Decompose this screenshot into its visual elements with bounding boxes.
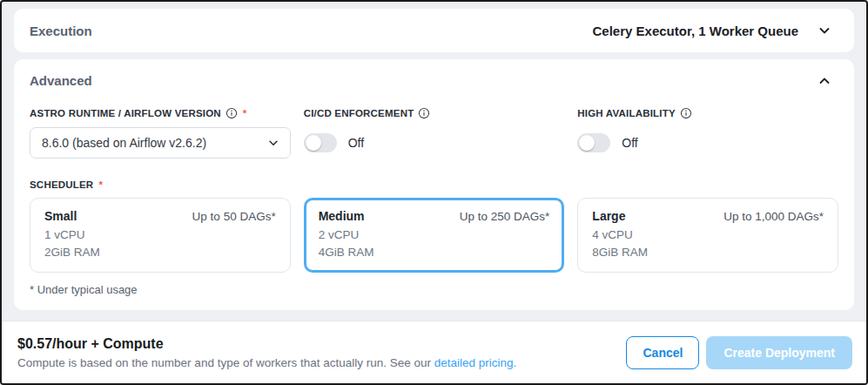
- runtime-version-field: ASTRO RUNTIME / AIRFLOW VERSION * 8.6.0 …: [30, 107, 291, 159]
- scheduler-option-cpu: 1 vCPU: [44, 226, 276, 244]
- cancel-button[interactable]: Cancel: [626, 336, 699, 369]
- toggle-knob: [306, 135, 321, 151]
- cicd-enforcement-toggle[interactable]: [304, 133, 337, 152]
- execution-selected-value: Celery Executor, 1 Worker Queue: [593, 24, 799, 38]
- advanced-section-header[interactable]: Advanced: [30, 73, 838, 88]
- pricing-description: Compute is based on the number and type …: [17, 356, 516, 369]
- advanced-section-title: Advanced: [30, 73, 92, 88]
- pricing-description-text: Compute is based on the number and type …: [17, 356, 434, 369]
- scheduler-option-large[interactable]: Large Up to 1,000 DAGs* 4 vCPU 8GiB RAM: [577, 198, 838, 273]
- scheduler-option-capacity: Up to 50 DAGs*: [192, 210, 276, 223]
- scheduler-option-capacity: Up to 1,000 DAGs*: [723, 210, 824, 223]
- scheduler-footnote: * Under typical usage: [30, 283, 838, 296]
- scheduler-option-header: Small Up to 50 DAGs*: [44, 209, 276, 223]
- chevron-down-icon: [267, 137, 279, 149]
- required-asterisk: *: [98, 179, 103, 190]
- runtime-version-select[interactable]: 8.6.0 (based on Airflow v2.6.2): [30, 127, 291, 159]
- execution-section-title: Execution: [30, 24, 92, 38]
- chevron-down-icon[interactable]: [818, 24, 831, 37]
- scheduler-option-small[interactable]: Small Up to 50 DAGs* 1 vCPU 2GiB RAM: [30, 198, 291, 273]
- high-availability-toggle[interactable]: [577, 133, 610, 152]
- advanced-section: Advanced ASTRO RUNTIME / AIRFLOW VERSION…: [14, 59, 854, 310]
- scheduler-option-ram: 2GiB RAM: [44, 244, 276, 261]
- advanced-fields-row: ASTRO RUNTIME / AIRFLOW VERSION * 8.6.0 …: [30, 107, 838, 159]
- info-icon[interactable]: [418, 107, 430, 119]
- cicd-enforcement-control: Off: [304, 127, 565, 159]
- deployment-config-page: Execution Celery Executor, 1 Worker Queu…: [2, 2, 866, 321]
- scheduler-option-header: Large Up to 1,000 DAGs*: [592, 209, 824, 223]
- pricing-summary: $0.57/hour + Compute Compute is based on…: [17, 336, 516, 369]
- pricing-footer: $0.57/hour + Compute Compute is based on…: [2, 321, 866, 383]
- scheduler-option-medium[interactable]: Medium Up to 250 DAGs* 2 vCPU 4GiB RAM: [304, 198, 565, 273]
- runtime-version-label: ASTRO RUNTIME / AIRFLOW VERSION: [30, 108, 221, 118]
- price-per-hour: $0.57/hour + Compute: [17, 336, 516, 352]
- high-availability-state: Off: [622, 136, 637, 150]
- high-availability-field: HIGH AVAILABILITY Off: [577, 107, 838, 159]
- scheduler-option-ram: 8GiB RAM: [592, 244, 824, 261]
- scheduler-option-cpu: 4 vCPU: [592, 226, 824, 244]
- cicd-enforcement-label-row: CI/CD ENFORCEMENT: [304, 107, 565, 119]
- high-availability-control: Off: [577, 127, 838, 159]
- execution-section-header[interactable]: Execution Celery Executor, 1 Worker Queu…: [14, 9, 854, 52]
- info-icon[interactable]: [680, 107, 692, 119]
- create-deployment-button[interactable]: Create Deployment: [706, 336, 852, 369]
- cicd-enforcement-field: CI/CD ENFORCEMENT Off: [304, 107, 565, 159]
- scheduler-option-cpu: 2 vCPU: [319, 226, 550, 244]
- detailed-pricing-link[interactable]: detailed pricing.: [434, 356, 517, 369]
- scheduler-option-header: Medium Up to 250 DAGs*: [319, 209, 550, 223]
- cicd-enforcement-state: Off: [348, 136, 364, 150]
- runtime-version-label-row: ASTRO RUNTIME / AIRFLOW VERSION *: [30, 107, 291, 119]
- scheduler-label: SCHEDULER: [30, 179, 93, 190]
- toggle-knob: [579, 135, 595, 151]
- footer-actions: Cancel Create Deployment: [626, 336, 852, 369]
- scheduler-options: Small Up to 50 DAGs* 1 vCPU 2GiB RAM Med…: [30, 198, 838, 273]
- runtime-version-selected-value: 8.6.0 (based on Airflow v2.6.2): [42, 136, 206, 150]
- high-availability-label: HIGH AVAILABILITY: [577, 108, 675, 118]
- chevron-up-icon[interactable]: [818, 74, 831, 88]
- required-asterisk: *: [243, 108, 247, 118]
- scheduler-option-name: Medium: [319, 209, 365, 223]
- scheduler-option-ram: 4GiB RAM: [319, 244, 550, 261]
- scheduler-label-row: SCHEDULER *: [30, 179, 838, 190]
- execution-summary: Celery Executor, 1 Worker Queue: [593, 24, 832, 38]
- info-icon[interactable]: [225, 107, 238, 119]
- high-availability-label-row: HIGH AVAILABILITY: [577, 107, 838, 119]
- scheduler-option-name: Large: [592, 209, 625, 223]
- scheduler-option-name: Small: [44, 209, 77, 223]
- cicd-enforcement-label: CI/CD ENFORCEMENT: [304, 108, 414, 118]
- scheduler-option-capacity: Up to 250 DAGs*: [460, 210, 550, 223]
